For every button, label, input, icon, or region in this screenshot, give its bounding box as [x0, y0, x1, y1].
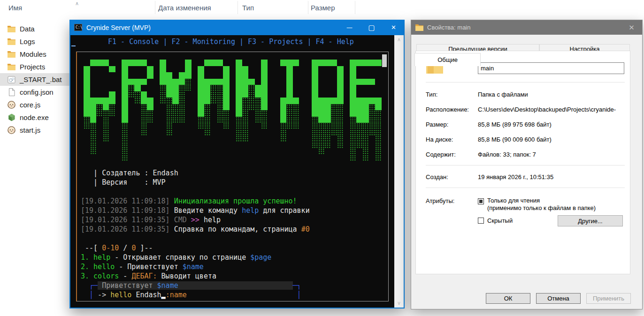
console-log-line: 3. colors - ДЕБАГ: Выводит цвета [81, 271, 310, 281]
file-name: core.js [20, 101, 40, 109]
divider [426, 188, 625, 188]
folder-name-input[interactable] [478, 62, 624, 74]
console-log-line: [19.01.2026 11:09:18] Введите команду he… [81, 206, 310, 215]
info-value: 85,8 МБ (90 009 600 байт) [478, 136, 552, 143]
text-cursor [71, 45, 76, 46]
column-header-type[interactable]: Тип [242, 4, 254, 12]
console-output-frame: | Создатель : Endash | Версия : MVP [19.… [76, 52, 389, 301]
file-row-config-json[interactable]: config.json [0, 86, 70, 98]
console-log-line [81, 187, 310, 196]
hidden-label: Скрытый [487, 217, 513, 224]
command-input-line[interactable]: │ -> hello Endash▂:name │ [81, 290, 310, 300]
console-log-line: --[ 0-10 / 0 ]-- [81, 243, 310, 253]
apply-button: Применить [586, 293, 631, 304]
file-row-modules[interactable]: Modules [0, 48, 70, 60]
console-log-line [81, 234, 310, 243]
folder-icon [8, 63, 15, 71]
column-header-name[interactable]: Имя [8, 4, 22, 12]
file-name: config.json [20, 88, 54, 96]
ascii-art-banner [84, 60, 384, 161]
document-icon [8, 89, 15, 96]
divider [426, 165, 625, 166]
file-row-projects[interactable]: Projects [0, 60, 70, 73]
console-window: C:\ Crynide Server (MVP) — ▢ ✕ F1 - Cons… [69, 21, 405, 308]
file-row-node-exe[interactable]: node.exe [0, 111, 70, 124]
dialog-close-button[interactable]: ✕ [621, 23, 642, 32]
file-name: Projects [20, 63, 45, 71]
column-separator[interactable] [155, 1, 155, 14]
file-name: node.exe [20, 113, 49, 121]
console-body: F1 - Console | F2 - Monitoring | F3 - Pr… [70, 35, 394, 308]
file-row-data[interactable]: Data [0, 23, 70, 35]
file-name: Modules [20, 50, 46, 58]
column-separator[interactable] [308, 1, 308, 14]
maximize-button[interactable]: ▢ [360, 20, 383, 35]
dialog-title: Свойства: main [427, 24, 471, 31]
dialog-titlebar[interactable]: Свойства: main ✕ [411, 20, 642, 35]
info-label: Расположение: [426, 106, 469, 113]
cmd-icon: C:\ [74, 24, 82, 31]
scroll-down-icon[interactable]: ∨ [397, 299, 401, 308]
node-icon [8, 114, 15, 121]
console-log-line: [19.01.2026 11:09:35] Справка по команда… [81, 225, 310, 234]
console-window-title: Crynide Server (MVP) [86, 24, 151, 31]
column-separator[interactable] [355, 1, 355, 14]
console-log-line: 1. help - Открывает справку по странице … [81, 253, 310, 262]
info-value: Папка с файлами [478, 91, 528, 98]
info-label: Размер: [426, 121, 448, 128]
readonly-checkbox[interactable] [478, 198, 484, 204]
created-value: 19 января 2026 г., 10:51:35 [478, 173, 553, 181]
folder-icon [8, 38, 15, 45]
file-row--start-bat[interactable]: _START_.bat [0, 73, 70, 86]
batch-icon [8, 76, 15, 83]
column-header-size[interactable]: Размер [311, 4, 335, 12]
file-name: Logs [20, 38, 35, 45]
info-value: 85,8 МБ (89 975 698 байт) [478, 121, 552, 128]
properties-dialog: Свойства: main ✕ Предыдущие версииНастро… [411, 20, 643, 309]
console-log-line: 2. hello - Приветствует $name [81, 262, 310, 271]
console-log-line: | Версия : MVP [81, 178, 310, 187]
folder-icon [415, 24, 423, 31]
attributes-label: Атрибуты: [426, 197, 454, 204]
close-button[interactable]: ✕ [383, 20, 405, 35]
sort-chevron-up-icon: ∧ [75, 0, 79, 7]
console-scrollbar[interactable]: ∧ ∨ [394, 35, 404, 308]
folder-icon [8, 51, 15, 58]
general-tab-panel: Тип:Папка с файламиРасположение:C:\Users… [415, 51, 630, 274]
info-value: Файлов: 33; папок: 7 [478, 151, 536, 158]
face-icon [8, 127, 15, 134]
info-label: На диске: [426, 136, 453, 143]
face-icon [8, 101, 15, 109]
info-label: Содержит: [426, 151, 456, 158]
file-name: start.js [20, 126, 40, 134]
file-name: Data [20, 25, 35, 33]
readonly-note: (применимо только к файлам в папке) [487, 204, 596, 211]
console-log-line: | Создатель : Endash [81, 168, 310, 178]
column-header-date[interactable]: Дата изменения [158, 4, 211, 12]
divider [426, 82, 625, 83]
others-button[interactable]: Другие... [558, 215, 623, 226]
console-menu-bar[interactable]: F1 - Console | F2 - Monitoring | F3 - Pr… [108, 38, 354, 46]
cancel-button[interactable]: Отмена [536, 293, 581, 304]
column-separator[interactable] [238, 1, 238, 14]
console-output: | Создатель : Endash | Версия : MVP [19.… [81, 168, 310, 300]
console-log-line: [19.01.2026 11:09:35] CMD >> help [81, 215, 310, 225]
autocomplete-suggestion: ┌─ Приветствует $name ─┐ [81, 281, 310, 290]
created-label: Создан: [426, 173, 448, 181]
info-label: Тип: [426, 91, 437, 98]
file-name: _START_.bat [20, 75, 62, 83]
checkbox-indeterminate-mark [479, 200, 483, 203]
folder-icon [8, 25, 15, 33]
file-row-logs[interactable]: Logs [0, 35, 70, 48]
info-value: C:\Users\dev\Desktop\backuped\Projects\c… [478, 106, 616, 113]
file-row-start-js[interactable]: start.js [0, 124, 70, 136]
console-titlebar[interactable]: C:\ Crynide Server (MVP) — ▢ ✕ [69, 20, 405, 35]
console-log-line: [19.01.2026 11:09:18] Инициализация прош… [81, 196, 310, 206]
hidden-checkbox[interactable] [478, 218, 484, 224]
file-row-core-js[interactable]: core.js [0, 98, 70, 111]
minimize-button[interactable]: — [338, 20, 360, 35]
tab-general[interactable]: Общие [414, 53, 481, 66]
ok-button[interactable]: ОК [486, 293, 530, 304]
scroll-up-icon[interactable]: ∧ [397, 35, 401, 44]
readonly-label: Только для чтения [487, 197, 540, 204]
